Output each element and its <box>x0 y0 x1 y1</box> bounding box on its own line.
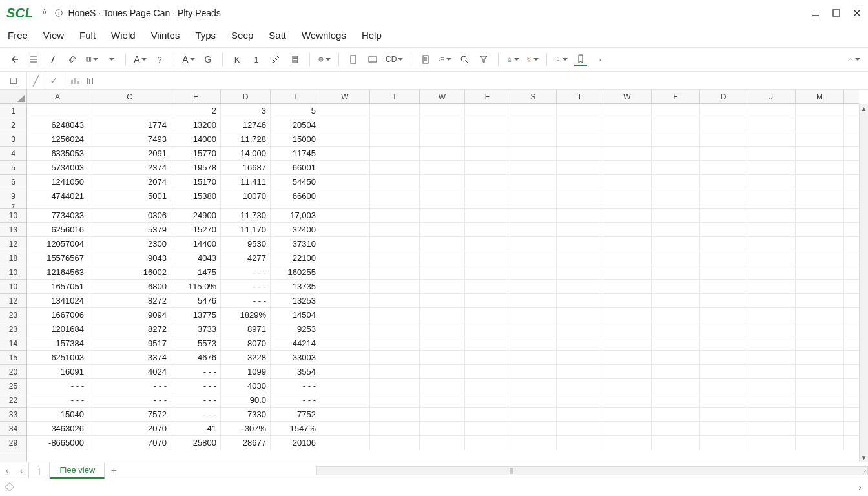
cell[interactable] <box>700 351 747 364</box>
cell[interactable] <box>320 351 370 364</box>
cell[interactable]: 11745 <box>271 147 320 160</box>
row-header[interactable]: 14 <box>0 336 26 351</box>
cell[interactable]: 5 <box>271 104 320 118</box>
cell[interactable]: 15040 <box>27 408 88 421</box>
row-header[interactable]: 2 <box>0 118 26 132</box>
cell[interactable] <box>603 265 652 279</box>
cell[interactable]: - - - <box>221 265 271 279</box>
numbered-list-icon[interactable]: 12 <box>439 53 451 66</box>
cell[interactable] <box>603 393 652 407</box>
cell[interactable] <box>557 104 603 118</box>
cell[interactable]: 5001 <box>88 189 171 203</box>
globe-icon[interactable] <box>318 53 331 66</box>
column-header[interactable]: T <box>370 90 420 103</box>
cell[interactable] <box>370 203 420 208</box>
cell[interactable] <box>320 379 370 393</box>
cell[interactable] <box>88 203 171 208</box>
cell[interactable] <box>320 237 370 251</box>
cd-button[interactable]: CD <box>386 53 403 66</box>
cell[interactable] <box>510 203 557 208</box>
cell[interactable] <box>320 251 370 265</box>
cell[interactable]: 4277 <box>221 251 271 265</box>
cell[interactable] <box>652 365 700 378</box>
cell[interactable]: 1774 <box>88 118 171 132</box>
cell[interactable] <box>420 118 465 132</box>
cell[interactable] <box>370 251 420 265</box>
cell[interactable] <box>465 209 510 222</box>
filter-icon[interactable] <box>477 53 490 66</box>
cell[interactable] <box>700 280 747 293</box>
cell[interactable]: 66600 <box>271 189 320 203</box>
cell[interactable]: 2074 <box>88 175 171 189</box>
cell[interactable] <box>465 237 510 251</box>
cell[interactable] <box>603 147 652 160</box>
cell[interactable]: 15270 <box>171 223 221 236</box>
cell[interactable]: 4676 <box>171 351 221 364</box>
cell[interactable] <box>700 104 747 118</box>
cell[interactable] <box>700 223 747 236</box>
cell[interactable] <box>603 251 652 265</box>
horizontal-scrollbar[interactable]: › <box>316 466 868 475</box>
cell[interactable]: 54450 <box>271 175 320 189</box>
cell[interactable] <box>510 175 557 189</box>
cell[interactable] <box>370 147 420 160</box>
cell[interactable] <box>320 189 370 203</box>
cell[interactable]: 9043 <box>88 251 171 265</box>
cell[interactable] <box>420 223 465 236</box>
cell[interactable] <box>510 104 557 118</box>
cell[interactable] <box>370 209 420 222</box>
cell[interactable] <box>652 294 700 307</box>
cell[interactable]: 14400 <box>171 237 221 251</box>
cell[interactable] <box>370 422 420 435</box>
row-header[interactable]: 12 <box>0 237 26 251</box>
row-header[interactable]: 34 <box>0 422 26 436</box>
cell[interactable]: 9253 <box>271 322 320 336</box>
cell[interactable] <box>420 393 465 407</box>
scroll-up-icon[interactable]: ▲ <box>860 104 868 113</box>
cell[interactable] <box>557 251 603 265</box>
highlight-icon[interactable] <box>526 53 539 66</box>
cell[interactable] <box>700 379 747 393</box>
cell[interactable] <box>557 161 603 174</box>
cell[interactable] <box>700 237 747 251</box>
cell[interactable]: 22100 <box>271 251 320 265</box>
row-header[interactable]: 29 <box>0 436 26 450</box>
cell[interactable]: 8971 <box>221 322 271 336</box>
menu-free[interactable]: Free <box>8 30 28 41</box>
cell[interactable] <box>370 308 420 322</box>
cell[interactable]: 4043 <box>171 251 221 265</box>
cell[interactable] <box>370 408 420 421</box>
cell[interactable] <box>796 393 844 407</box>
cell[interactable] <box>747 294 796 307</box>
row-header[interactable]: 22 <box>0 393 26 408</box>
cell[interactable] <box>557 209 603 222</box>
cell[interactable] <box>320 280 370 293</box>
cell[interactable] <box>420 147 465 160</box>
cell[interactable] <box>652 132 700 146</box>
edit-icon[interactable] <box>269 53 282 66</box>
info-icon[interactable]: i <box>54 8 63 17</box>
cell[interactable] <box>652 436 700 450</box>
cell[interactable] <box>796 280 844 293</box>
cell[interactable]: 6256016 <box>27 223 88 236</box>
menu-view[interactable]: View <box>43 30 64 41</box>
font-button[interactable]: A <box>134 53 147 66</box>
cell[interactable] <box>370 161 420 174</box>
cell[interactable] <box>370 104 420 118</box>
cell[interactable] <box>557 118 603 132</box>
cell[interactable]: -8665000 <box>27 436 88 450</box>
row-header[interactable]: 5 <box>0 161 26 175</box>
maximize-icon[interactable] <box>832 8 841 17</box>
cell[interactable] <box>796 132 844 146</box>
cell[interactable] <box>557 265 603 279</box>
cell[interactable] <box>465 408 510 421</box>
cell[interactable] <box>557 189 603 203</box>
cell[interactable] <box>796 379 844 393</box>
cell[interactable]: 20504 <box>271 118 320 132</box>
scroll-track[interactable] <box>860 113 868 453</box>
cell[interactable] <box>796 161 844 174</box>
fill-icon[interactable] <box>506 53 519 66</box>
cell[interactable] <box>700 203 747 208</box>
cell[interactable] <box>603 237 652 251</box>
cell[interactable] <box>557 336 603 350</box>
